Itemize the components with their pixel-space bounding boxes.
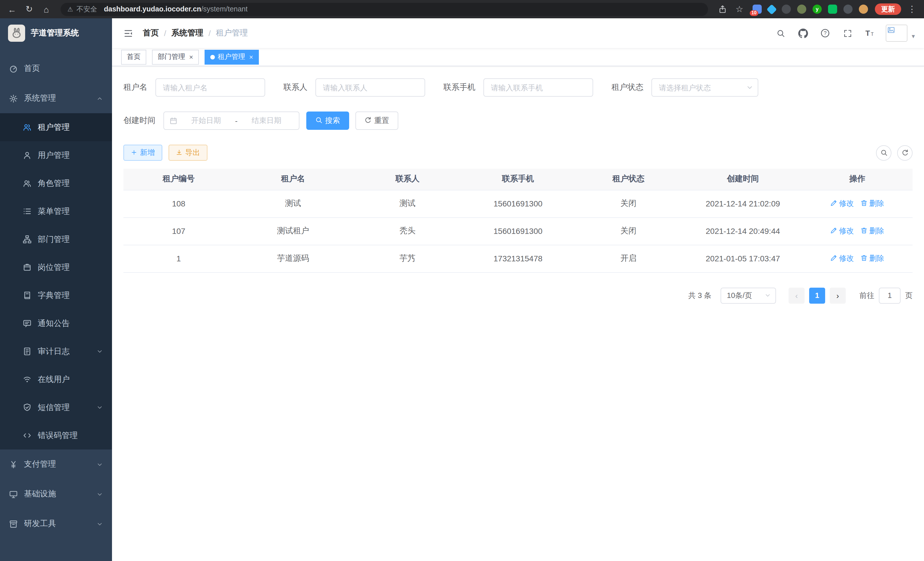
table-row: 108测试测试15601691300关闭2021-12-14 21:02:09修… — [123, 190, 913, 217]
home-icon[interactable]: ⌂ — [40, 3, 52, 15]
extension-pinned-3[interactable] — [782, 5, 791, 14]
sidebar-item-label: 用户管理 — [38, 150, 103, 160]
tab-close-icon[interactable]: × — [189, 53, 193, 60]
table-row: 107测试租户秃头15601691300关闭2021-12-14 20:49:4… — [123, 217, 913, 245]
extension-pinned-8[interactable] — [859, 5, 868, 14]
date-range-input[interactable]: 开始日期 - 结束日期 — [164, 111, 299, 130]
tenant-name-input[interactable] — [155, 78, 265, 97]
sidebar-item-dict[interactable]: 字典管理 — [0, 281, 112, 309]
add-button[interactable]: 新增 — [123, 145, 162, 161]
logo-avatar-image — [8, 25, 25, 42]
reset-button[interactable]: 重置 — [356, 111, 398, 130]
sidebar-item-tenant[interactable]: 租户管理 — [0, 113, 112, 141]
sidebar-item-home[interactable]: 首页 — [0, 54, 112, 83]
tenant-name-label: 租户名 — [123, 82, 147, 93]
sidebar-item-pay[interactable]: 支付管理 — [0, 450, 112, 479]
tab-2[interactable]: 部门管理× — [152, 50, 199, 64]
back-icon[interactable]: ← — [6, 3, 18, 15]
help-icon[interactable]: ? — [819, 27, 832, 39]
sidebar-item-auditlog[interactable]: 审计日志 — [0, 337, 112, 365]
export-button[interactable]: 导出 — [169, 145, 207, 161]
trash-icon — [861, 199, 868, 208]
tenant-table: 租户编号租户名联系人联系手机租户状态创建时间操作 108测试测试15601691… — [123, 169, 913, 272]
cell-id: 107 — [123, 217, 234, 245]
breadcrumb-system[interactable]: 系统管理 — [171, 28, 203, 38]
delete-link[interactable]: 删除 — [861, 226, 884, 236]
share-icon[interactable] — [716, 3, 729, 15]
cell-created: 2021-12-14 21:02:09 — [684, 190, 802, 217]
font-size-icon[interactable]: TT — [864, 27, 876, 39]
contact-label: 联系人 — [284, 82, 308, 93]
sidebar-item-dept[interactable]: 部门管理 — [0, 225, 112, 253]
book-icon — [23, 291, 32, 300]
active-dot — [210, 55, 215, 59]
cell-status: 关闭 — [573, 217, 684, 245]
url-text[interactable]: dashboard.yudao.iocoder.cn/system/tenant — [104, 5, 248, 13]
doc-icon — [23, 347, 32, 356]
prev-page-button[interactable]: ‹ — [789, 287, 805, 303]
tab-1[interactable]: 首页 — [121, 50, 146, 64]
breadcrumb-home[interactable]: 首页 — [143, 28, 159, 38]
sidebar-item-label: 菜单管理 — [38, 206, 103, 217]
refresh-table-button[interactable] — [897, 145, 913, 160]
sidebar-toggle-icon[interactable] — [121, 26, 135, 40]
cell-created: 2021-01-05 17:03:47 — [684, 245, 802, 272]
extension-pinned-4[interactable] — [797, 5, 806, 14]
tab-close-icon[interactable]: × — [249, 53, 253, 60]
sidebar-item-post[interactable]: 岗位管理 — [0, 253, 112, 281]
sidebar-item-online[interactable]: 在线用户 — [0, 365, 112, 393]
edit-link[interactable]: 修改 — [831, 199, 854, 209]
extension-pinned-1[interactable]: 10 — [753, 5, 762, 14]
edit-link[interactable]: 修改 — [831, 253, 854, 264]
contact-input[interactable] — [315, 78, 425, 97]
monitor-icon — [9, 490, 18, 498]
browser-menu-icon[interactable]: ⋮ — [906, 3, 918, 15]
github-icon[interactable] — [797, 27, 809, 39]
sidebar-item-infra[interactable]: 基础设施 — [0, 479, 112, 509]
search-icon[interactable] — [775, 27, 787, 39]
reload-icon[interactable]: ↻ — [23, 3, 35, 15]
delete-link[interactable]: 删除 — [861, 199, 884, 209]
bookmark-star-icon[interactable]: ☆ — [733, 3, 746, 15]
phone-input[interactable] — [483, 78, 593, 97]
extension-pinned-2[interactable] — [766, 4, 777, 15]
sidebar-item-devtool[interactable]: 研发工具 — [0, 509, 112, 539]
sidebar-item-role[interactable]: 角色管理 — [0, 169, 112, 197]
sidebar-item-system[interactable]: 系统管理 — [0, 83, 112, 113]
extension-pinned-6[interactable] — [828, 5, 837, 14]
sidebar: 芋道管理系统 首页系统管理租户管理用户管理角色管理菜单管理部门管理岗位管理字典管… — [0, 18, 112, 561]
goto-page-input[interactable] — [879, 287, 901, 303]
sidebar-item-menu[interactable]: 菜单管理 — [0, 197, 112, 225]
edit-link[interactable]: 修改 — [831, 226, 854, 236]
toggle-search-button[interactable] — [876, 145, 891, 160]
delete-link[interactable]: 删除 — [861, 253, 884, 264]
extension-pinned-7[interactable] — [843, 5, 853, 14]
svg-text:T: T — [866, 29, 870, 38]
fullscreen-icon[interactable] — [842, 27, 854, 39]
sidebar-item-errorcode[interactable]: 错误码管理 — [0, 421, 112, 450]
sidebar-item-notice[interactable]: 通知公告 — [0, 309, 112, 337]
avatar-caret-icon[interactable]: ▾ — [912, 33, 915, 40]
sidebar-item-label: 基础设施 — [24, 489, 93, 499]
shield-icon — [23, 403, 32, 412]
cell-id: 1 — [123, 245, 234, 272]
phone-label: 联系手机 — [443, 82, 476, 93]
page-size-select[interactable] — [721, 287, 776, 303]
page-number-1[interactable]: 1 — [809, 287, 825, 303]
breadcrumb-separator: / — [164, 29, 166, 38]
sidebar-item-label: 首页 — [24, 63, 103, 74]
search-button[interactable]: 搜索 — [306, 111, 349, 130]
chevron-down-icon — [97, 461, 103, 468]
sidebar-item-sms[interactable]: 短信管理 — [0, 393, 112, 421]
next-page-button[interactable]: › — [830, 287, 846, 303]
user-avatar[interactable] — [886, 25, 908, 42]
update-button[interactable]: 更新 — [875, 3, 901, 15]
extension-pinned-5[interactable]: y — [813, 5, 822, 14]
tab-3[interactable]: 租户管理× — [205, 50, 259, 64]
address-bar[interactable]: ⚠ 不安全 dashboard.yudao.iocoder.cn/system/… — [61, 3, 708, 16]
sidebar-logo[interactable]: 芋道管理系统 — [0, 18, 112, 48]
sidebar-item-user[interactable]: 用户管理 — [0, 141, 112, 169]
status-select[interactable] — [651, 78, 758, 97]
user-icon — [23, 151, 32, 159]
security-label[interactable]: 不安全 — [76, 4, 97, 14]
